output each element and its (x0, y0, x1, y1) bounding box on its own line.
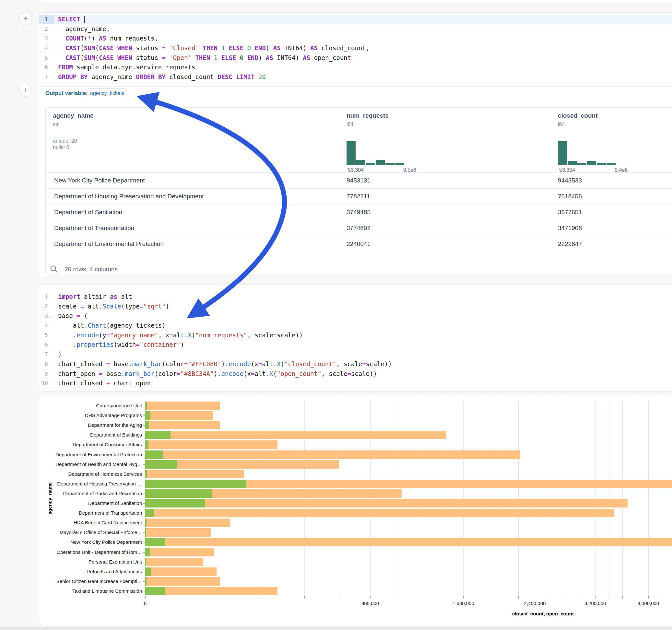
y-axis-label: Department of Transportation (41, 510, 142, 516)
code-text: .encode(y="agency_name", x=alt.X("num_re… (54, 331, 303, 340)
bar-open_count (145, 558, 146, 566)
chart-y-axis-title: agency_name (47, 482, 52, 514)
code-text: GROUP BY agency_name ORDER BY closed_cou… (54, 72, 266, 82)
code-line[interactable]: 6 .properties(width="container") (39, 340, 672, 350)
line-number: 2 (39, 302, 54, 311)
code-line[interactable]: 1⌄SELECT (39, 15, 672, 24)
y-axis-label: DHS Advantage Programs (41, 413, 142, 418)
bar-closed_count (145, 538, 672, 547)
line-number: 1⌄ (39, 15, 54, 24)
add-cell-button-output[interactable]: + (19, 83, 32, 97)
column-header-closed_count[interactable]: closed_counti64 (558, 112, 597, 127)
x-gridline (595, 401, 596, 596)
code-line[interactable]: 5 CAST(SUM(CASE WHEN status = 'Open' THE… (39, 53, 672, 63)
output-variable-label: Output variable: (45, 90, 88, 97)
column-stat: unique: 20 (53, 138, 94, 144)
chevron-down-icon (49, 63, 54, 72)
previous-cell-bottom-edge (39, 0, 672, 3)
table-footer: 20 rows, 4 columns (46, 264, 672, 275)
table-row[interactable]: Department of Environmental Protection22… (46, 236, 672, 252)
code-line[interactable]: 3⌄base = ( (39, 311, 672, 321)
column-histogram (558, 141, 616, 165)
bar-closed_count (145, 509, 614, 517)
bar-closed_count (145, 548, 214, 556)
x-axis-tick (421, 596, 421, 599)
y-axis-label: Correspondence Unit (41, 403, 142, 408)
code-text: CAST(SUM(CASE WHEN status = 'Open' THEN … (54, 53, 351, 63)
y-axis-tick (143, 532, 145, 533)
x-axis-tick (609, 596, 609, 599)
x-gridline (340, 401, 340, 596)
code-line[interactable]: 10chart_closed + chart_open (39, 379, 672, 388)
x-gridline (648, 401, 649, 596)
x-axis-tick (145, 596, 146, 599)
code-line[interactable]: 5 .encode(y="agency_name", x=alt.X("num_… (39, 331, 672, 340)
x-axis-tick (463, 596, 463, 599)
x-axis-tick (648, 596, 649, 599)
bar-open_count (145, 577, 146, 586)
column-name: closed_count (558, 112, 597, 119)
code-line[interactable]: 7GROUP BY agency_name ORDER BY closed_co… (39, 72, 672, 82)
histogram-bar (376, 160, 385, 165)
x-axis-tick (397, 596, 397, 599)
y-axis-label: Taxi and Limousine Commission (41, 588, 142, 594)
code-line[interactable]: 8chart_closed = base.mark_bar(color="#FF… (39, 359, 672, 369)
code-text: .properties(width="container") (54, 340, 184, 350)
code-text: chart_closed + chart_open (54, 379, 151, 388)
output-variable-pill[interactable]: agency_tickets (87, 89, 126, 98)
chevron-down-icon (49, 331, 54, 340)
x-gridline (501, 401, 501, 596)
sql-code-editor[interactable]: 1⌄SELECT 2 agency_name,3 COUNT(*) AS num… (39, 15, 672, 82)
code-line[interactable]: 6FROM sample_data.nyc.service_requests (39, 63, 672, 72)
y-axis-label: Personal Exemption Unit (41, 559, 142, 564)
table-cell: New York City Police Department (54, 177, 145, 184)
code-line[interactable]: 2scale = alt.Scale(type="sqrt") (39, 302, 672, 311)
table-cell: 3677651 (558, 209, 582, 216)
bar-closed_count (145, 577, 220, 586)
table-row[interactable]: Department of Sanitation37494853677651 (46, 204, 672, 220)
plus-icon: + (23, 13, 28, 23)
x-axis-tick (370, 596, 370, 599)
bar-open_count (145, 538, 165, 547)
column-header-num_requests[interactable]: num_requestsi64 (346, 112, 389, 127)
add-cell-button-top[interactable]: + (19, 12, 32, 25)
x-axis-tick (595, 596, 596, 599)
y-axis-label: Refunds and Adjustments (41, 569, 142, 574)
table-cell: 7782211 (346, 193, 370, 200)
table-row[interactable]: Department of Housing Preservation and D… (46, 188, 672, 204)
bar-open_count (145, 499, 205, 508)
column-header-agency_name[interactable]: agency_namestrunique: 20nulls: 0 (53, 112, 94, 150)
x-gridline (518, 401, 519, 596)
table-cell: 2240041 (346, 240, 370, 248)
code-line[interactable]: 2 agency_name, (39, 24, 672, 34)
code-text: chart_open = base.mark_bar(color="#8BC34… (54, 369, 377, 379)
chart-x-axis-line (145, 596, 672, 596)
code-line[interactable]: 7) (39, 350, 672, 359)
x-axis-label: 1,600,000 (444, 601, 483, 606)
y-axis-label: Department of Parks and Recreation (41, 491, 142, 496)
table-row[interactable]: Department of Transportation377489234719… (46, 220, 672, 236)
sql-cell-panel: 1⌄SELECT 2 agency_name,3 COUNT(*) AS num… (39, 12, 672, 277)
code-line[interactable]: 9chart_open = base.mark_bar(color="#8BC3… (39, 369, 672, 379)
page-bottom-strip (0, 627, 672, 630)
table-row[interactable]: New York City Police Department945313194… (46, 172, 672, 188)
table-cell: 3774892 (346, 224, 370, 232)
bar-closed_count (145, 402, 220, 410)
search-icon[interactable] (50, 265, 58, 273)
x-gridline (463, 401, 463, 596)
code-line[interactable]: 4 CAST(SUM(CASE WHEN status = 'Closed' T… (39, 43, 672, 53)
line-number: 3 (39, 34, 54, 43)
y-axis-tick (143, 484, 145, 484)
x-axis-tick (566, 596, 566, 599)
bar-open_count (145, 440, 148, 449)
y-axis-tick (143, 406, 145, 406)
code-line[interactable]: 4 alt.Chart(agency_tickets) (39, 321, 672, 331)
y-axis-tick (143, 523, 145, 523)
histogram-bar (395, 163, 404, 165)
code-line[interactable]: 1import altair as alt (39, 292, 672, 302)
code-line[interactable]: 3 COUNT(*) AS num_requests, (39, 34, 672, 43)
y-axis-label: Department for the Aging (41, 422, 142, 428)
code-text: SELECT (54, 15, 85, 24)
result-table: agency_namestrunique: 20nulls: 0num_requ… (45, 107, 672, 275)
python-code-editor[interactable]: 1import altair as alt2scale = alt.Scale(… (39, 292, 672, 388)
